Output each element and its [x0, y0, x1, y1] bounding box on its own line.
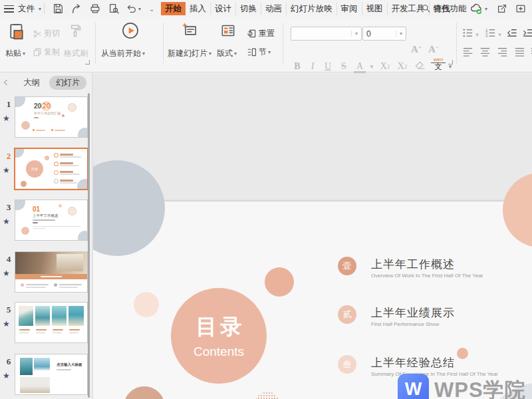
layout-label[interactable]: 版式▾: [217, 48, 237, 59]
slide-thumbnail-3[interactable]: 01 上半年工作概述: [15, 200, 88, 241]
tab-transition[interactable]: 切换: [236, 2, 261, 15]
slide-number: 3: [4, 202, 13, 213]
section-icon: [246, 47, 257, 58]
clipboard-dialog-launcher[interactable]: [85, 60, 90, 65]
format-painter-button[interactable]: [66, 23, 84, 43]
numbered-list-button[interactable]: 123: [484, 27, 497, 42]
slide-number: 1: [4, 99, 13, 110]
new-tab-icon[interactable]: [515, 3, 527, 15]
subscript-button[interactable]: X2: [395, 60, 410, 73]
align-right-button[interactable]: [496, 45, 509, 61]
italic-button[interactable]: I: [307, 60, 318, 73]
justify-button[interactable]: [513, 45, 526, 61]
new-slide-button[interactable]: [181, 21, 200, 43]
collapse-panel-icon[interactable]: [2, 78, 10, 86]
font-color-button[interactable]: A: [354, 61, 366, 73]
slide-thumbnail-5[interactable]: [15, 302, 88, 343]
bullet-dropdown-icon[interactable]: ▾: [474, 28, 480, 41]
distribute-text-button[interactable]: [529, 45, 532, 61]
slide-thumbnail-row-5: 5 ★: [1, 301, 89, 343]
decrease-indent-button[interactable]: [505, 27, 518, 42]
tab-slides[interactable]: 幻灯片: [49, 76, 86, 90]
slide-thumbnail-1[interactable]: 2020 年中工作总结汇报: [15, 96, 88, 138]
font-dialog-launcher[interactable]: [448, 60, 453, 65]
svg-text:3: 3: [485, 33, 488, 38]
section-button[interactable]: 节▾: [246, 47, 271, 58]
toc-title-circle[interactable]: 目录 Contents: [171, 288, 267, 384]
slide-number: 5: [4, 305, 13, 315]
layout-button[interactable]: [219, 22, 237, 42]
tab-slideshow[interactable]: 幻灯片放映: [287, 2, 337, 15]
thumb1-year: 2020: [34, 102, 51, 110]
find-button[interactable]: 查找: [421, 0, 450, 17]
decor-lightpink-circle: [134, 292, 159, 317]
new-slide-label[interactable]: 新建幻灯片▾: [168, 48, 211, 59]
strikethrough-button[interactable]: S: [338, 60, 350, 73]
file-menu-button[interactable]: 文件 ▾: [18, 0, 41, 17]
align-left-button[interactable]: [462, 45, 474, 61]
decrease-font-button[interactable]: A−: [428, 44, 439, 57]
cloud-sync-icon[interactable]: [469, 2, 481, 14]
slide-thumbnail-4[interactable]: [15, 251, 88, 293]
print-preview-icon[interactable]: [108, 3, 120, 15]
bullet-list-button[interactable]: [462, 27, 474, 42]
wps-presentation-window: 文件 ▾ ▾ ⌄ 开始 插入 设计 切换 动画 幻灯片放映 审阅 视图: [0, 0, 532, 399]
toc-item-1-badge[interactable]: 壹: [338, 257, 356, 275]
undo-dropdown-icon[interactable]: ▾: [138, 0, 141, 17]
tab-review[interactable]: 审阅: [337, 2, 362, 15]
increase-font-button[interactable]: A+: [411, 44, 422, 57]
slide-panel: 大纲 幻灯片 1 ★ 2020 年中工作总结汇报: [0, 73, 93, 399]
font-size-select[interactable]: 0▾: [362, 27, 406, 41]
superscript-button[interactable]: X2: [378, 60, 392, 73]
tab-outline[interactable]: 大纲: [23, 77, 40, 88]
toc-item-1-subtitle[interactable]: Overview Of Work In The First Half Of Th…: [371, 273, 483, 279]
animation-star-icon: ★: [3, 371, 10, 380]
tab-view[interactable]: 视图: [362, 2, 388, 15]
hamburger-menu-icon[interactable]: [4, 0, 14, 17]
reset-icon: [246, 28, 257, 39]
undo-icon[interactable]: [125, 3, 137, 15]
copy-button[interactable]: 复制: [32, 47, 60, 58]
toc-item-2-subtitle[interactable]: First Half Performance Show: [371, 321, 439, 327]
cut-button[interactable]: 剪切: [32, 28, 60, 39]
tab-home[interactable]: 开始: [161, 2, 186, 15]
thumb5-photo-2: [35, 306, 50, 326]
format-painter-label[interactable]: 格式刷: [64, 48, 88, 59]
bold-button[interactable]: B: [291, 60, 303, 73]
start-from-current-button[interactable]: [121, 21, 140, 43]
tab-design[interactable]: 设计: [211, 2, 236, 15]
toc-item-3-title[interactable]: 上半年经验总结: [371, 355, 455, 370]
slide-thumbnail-row-2: 2 ★ 目录: [1, 147, 89, 190]
font-color-dropdown-icon[interactable]: ▾: [368, 60, 375, 73]
slide-thumbnail-2[interactable]: 目录: [14, 148, 88, 190]
toc-item-2-title[interactable]: 上半年业绩展示: [371, 305, 455, 321]
thumbnail-scrollbar[interactable]: [88, 93, 90, 398]
slide-canvas[interactable]: 目录 Contents 壹 上半年工作概述 Overview Of Work I…: [93, 73, 532, 399]
paste-label[interactable]: 粘贴▾: [5, 48, 25, 59]
font-name-select[interactable]: ▾: [291, 27, 362, 41]
file-menu-label: 文件: [18, 3, 35, 15]
toolbar-more-icon[interactable]: ⌄: [149, 0, 154, 17]
slide-number: 2: [4, 151, 13, 162]
toc-item-1-title[interactable]: 上半年工作概述: [371, 257, 455, 272]
cloud-dropdown-icon[interactable]: ▾: [485, 0, 487, 17]
toc-item-2-badge[interactable]: 贰: [338, 305, 356, 324]
print-icon[interactable]: [89, 3, 101, 15]
start-from-current-label[interactable]: 从当前开始▾: [101, 48, 145, 59]
toc-item-3-badge[interactable]: 叁: [338, 355, 356, 374]
export-icon[interactable]: [70, 3, 82, 15]
tab-insert[interactable]: 插入: [186, 2, 211, 15]
share-icon[interactable]: [496, 3, 508, 15]
reset-button[interactable]: 重置: [246, 28, 275, 39]
phonetic-guide-button[interactable]: wén 文: [431, 57, 446, 70]
increase-indent-button[interactable]: [521, 27, 532, 42]
align-center-button[interactable]: [479, 45, 491, 61]
underline-button[interactable]: U: [322, 60, 334, 73]
slide-thumbnail-6[interactable]: 点击输入大标题: [15, 354, 88, 395]
toc-subtitle: Contents: [194, 344, 244, 359]
tab-animation[interactable]: 动画: [261, 2, 287, 15]
scissors-icon: [32, 29, 43, 39]
save-icon[interactable]: [52, 3, 64, 15]
numbered-dropdown-icon[interactable]: ▾: [497, 28, 503, 41]
paste-button[interactable]: [7, 21, 27, 44]
